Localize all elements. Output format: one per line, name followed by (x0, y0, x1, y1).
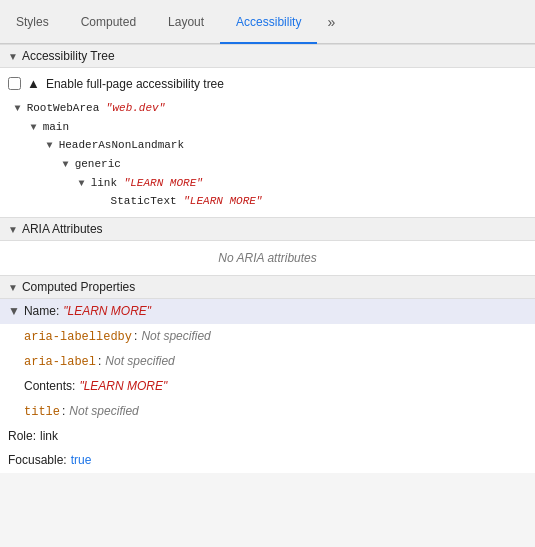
accessibility-tree-content: ▲ Enable full-page accessibility tree ▼ … (0, 68, 535, 217)
tab-computed-label: Computed (81, 15, 136, 29)
computed-value-aria-label: Not specified (105, 351, 174, 371)
computed-row-title: title : Not specified (0, 399, 535, 424)
tab-styles-label: Styles (16, 15, 49, 29)
computed-contents-label: Contents: (24, 376, 75, 396)
enable-full-page-label: Enable full-page accessibility tree (46, 77, 224, 91)
accessibility-tree-header[interactable]: ▼ Accessibility Tree (0, 44, 535, 68)
computed-focusable-value: true (71, 450, 92, 470)
tab-layout-label: Layout (168, 15, 204, 29)
computed-properties-content: ▼ Name: "LEARN MORE" aria-labelledby : N… (0, 299, 535, 473)
tree-node-main[interactable]: ▼ main (8, 118, 527, 137)
enable-full-page-checkbox[interactable] (8, 77, 21, 90)
computed-name-arrow: ▼ (8, 301, 20, 321)
tree-node-link[interactable]: ▼ link "LEARN MORE" (8, 174, 527, 193)
computed-value-aria-labelledby: Not specified (141, 326, 210, 346)
tree-arrow-headerasnonlandmark: ▼ (47, 140, 59, 151)
computed-row-aria-labelledby: aria-labelledby : Not specified (0, 324, 535, 349)
tree-node-headerasnonlandmark[interactable]: ▼ HeaderAsNonLandmark (8, 136, 527, 155)
computed-prop-title: title (24, 402, 60, 422)
tree-arrow-link: ▼ (79, 178, 91, 189)
aria-attributes-arrow: ▼ (8, 224, 18, 235)
aria-empty-message: No ARIA attributes (0, 241, 535, 275)
tab-more-button[interactable]: » (317, 0, 345, 43)
tree-node-generic[interactable]: ▼ generic (8, 155, 527, 174)
tab-computed[interactable]: Computed (65, 1, 152, 44)
computed-value-title: Not specified (69, 401, 138, 421)
tree-node-statictext[interactable]: StaticText "LEARN MORE" (8, 192, 527, 211)
computed-row-name[interactable]: ▼ Name: "LEARN MORE" (0, 299, 535, 323)
tab-more-icon: » (327, 14, 335, 30)
tab-bar: Styles Computed Layout Accessibility » (0, 0, 535, 44)
tab-styles[interactable]: Styles (0, 1, 65, 44)
computed-role-value: link (40, 426, 58, 446)
computed-prop-aria-labelledby: aria-labelledby (24, 327, 132, 347)
accessibility-tree-label: Accessibility Tree (22, 49, 115, 63)
tab-accessibility-label: Accessibility (236, 15, 301, 29)
tree-arrow-main: ▼ (31, 122, 43, 133)
computed-focusable-label: Focusable: (8, 450, 67, 470)
computed-row-contents: Contents: "LEARN MORE" (0, 374, 535, 398)
warning-icon: ▲ (27, 76, 40, 91)
tree-arrow-rootwebarea: ▼ (15, 103, 27, 114)
enable-full-page-row: ▲ Enable full-page accessibility tree (8, 74, 527, 93)
aria-attributes-label: ARIA Attributes (22, 222, 103, 236)
aria-attributes-header[interactable]: ▼ ARIA Attributes (0, 217, 535, 241)
tab-layout[interactable]: Layout (152, 1, 220, 44)
accessibility-tree-arrow: ▼ (8, 51, 18, 62)
computed-row-aria-label: aria-label : Not specified (0, 349, 535, 374)
tree-arrow-generic: ▼ (63, 159, 75, 170)
computed-row-focusable: Focusable: true (0, 448, 535, 472)
computed-name-value: "LEARN MORE" (63, 301, 151, 321)
aria-attributes-content: No ARIA attributes (0, 241, 535, 275)
computed-properties-header[interactable]: ▼ Computed Properties (0, 275, 535, 299)
tab-accessibility[interactable]: Accessibility (220, 1, 317, 44)
computed-role-label: Role: (8, 426, 36, 446)
computed-contents-value: "LEARN MORE" (79, 376, 167, 396)
computed-row-role: Role: link (0, 424, 535, 448)
tree-node-rootwebarea[interactable]: ▼ RootWebArea "web.dev" (8, 99, 527, 118)
computed-prop-aria-label: aria-label (24, 352, 96, 372)
computed-properties-label: Computed Properties (22, 280, 135, 294)
computed-name-label: Name: (24, 301, 59, 321)
computed-properties-arrow: ▼ (8, 282, 18, 293)
